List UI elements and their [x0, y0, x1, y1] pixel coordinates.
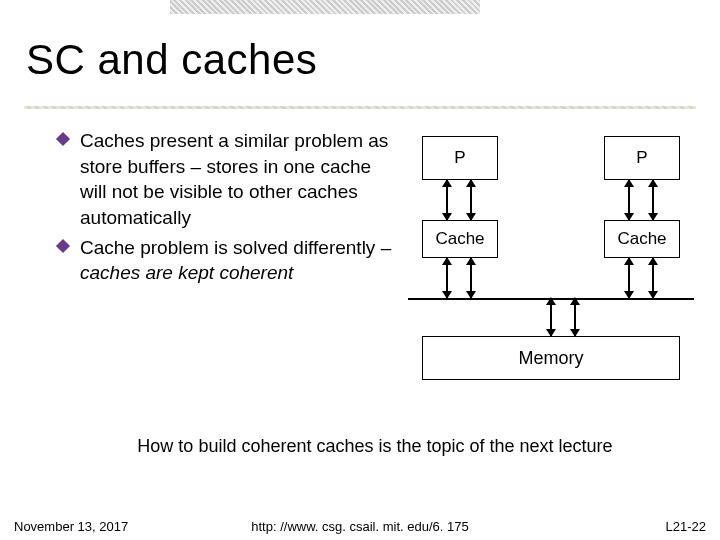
- lecture-note: How to build coherent caches is the topi…: [60, 436, 690, 457]
- cache-box-1: Cache: [422, 220, 498, 258]
- memory-diagram: P P Cache Cache Memory: [398, 128, 698, 388]
- bullet-item: Caches present a similar problem as stor…: [58, 128, 398, 231]
- processor-box-2: P: [604, 136, 680, 180]
- slide-title: SC and caches: [26, 36, 317, 84]
- bullet-item: Cache problem is solved differently – ca…: [58, 235, 398, 286]
- arrow-p1-cache1: [442, 180, 452, 220]
- decorative-shadow: [170, 0, 480, 14]
- arrow-bus-memory: [546, 298, 556, 336]
- footer-page-number: L21-22: [666, 519, 706, 534]
- bullet-list: Caches present a similar problem as stor…: [58, 128, 398, 388]
- arrow-p1-cache1-b: [466, 180, 476, 220]
- processor-box-1: P: [422, 136, 498, 180]
- arrow-cache1-bus: [442, 258, 452, 298]
- arrow-bus-memory-b: [570, 298, 580, 336]
- memory-box: Memory: [422, 336, 680, 380]
- cache-box-2: Cache: [604, 220, 680, 258]
- arrow-cache2-bus-b: [648, 258, 658, 298]
- arrow-cache1-bus-b: [466, 258, 476, 298]
- arrow-cache2-bus: [624, 258, 634, 298]
- slide-body: Caches present a similar problem as stor…: [58, 128, 698, 388]
- arrow-p2-cache2-b: [648, 180, 658, 220]
- arrow-p2-cache2: [624, 180, 634, 220]
- title-underline: [24, 106, 696, 109]
- footer-url: http: //www. csg. csail. mit. edu/6. 175: [0, 519, 720, 534]
